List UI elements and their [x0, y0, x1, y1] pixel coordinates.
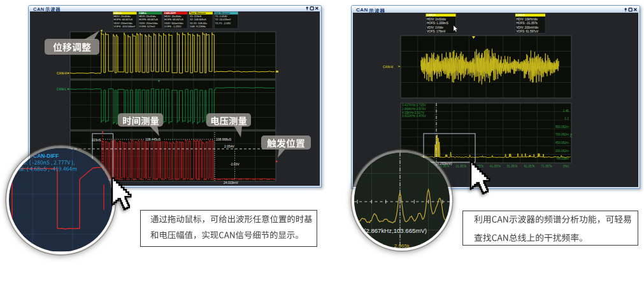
svg-text:Y2: 24.019mV: Y2: 24.019mV — [215, 18, 231, 21]
svg-text:(Hz): (Hz) — [563, 165, 569, 168]
svg-text:HOFS: 1.209mS: HOFS: 1.209mS — [427, 22, 448, 25]
svg-text:1/dX: 9.22KHz: 1/dX: 9.22KHz — [190, 25, 206, 28]
svg-text:3.417KHz,0.715V: 3.417KHz,0.715V — [402, 104, 426, 107]
svg-text:HDIV: 20uS/div: HDIV: 20uS/div — [114, 15, 131, 18]
svg-text:71.357k: 71.357k — [541, 165, 552, 168]
svg-text:VDIV: 250mV/div: VDIV: 250mV/div — [139, 22, 158, 25]
svg-text:VDIV: 250mV/div: VDIV: 250mV/div — [114, 22, 133, 25]
svg-text:11.357k: 11.357k — [439, 165, 450, 168]
svg-text:108.668uS: 108.668uS — [216, 137, 232, 141]
svg-text:VOFS: 176mV: VOFS: 176mV — [427, 30, 447, 33]
svg-text:VDIV: 1V/div: VDIV: 1V/div — [427, 26, 444, 29]
svg-text:4.15KHz,0.517V: 4.15KHz,0.517V — [402, 111, 425, 115]
svg-text:1.2: 1.2 — [564, 117, 569, 120]
svg-text:VOFS: 61.597uV: VOFS: 61.597uV — [517, 30, 540, 33]
svg-text:108.445uS: 108.445uS — [145, 137, 161, 141]
svg-text:VOFS: -653.546mV: VOFS: -653.546mV — [114, 25, 136, 28]
svg-text:CAN-L: CAN-L — [57, 87, 67, 91]
svg-text:(2.867kHz,103.665mV): (2.867kHz,103.665mV) — [364, 227, 427, 234]
svg-text:950.062m: 950.062m — [555, 125, 569, 129]
svg-text:200.062m: 200.062m — [555, 149, 569, 153]
svg-text:-2.03V: -2.03V — [230, 162, 240, 166]
svg-text:CAN-H: CAN-H — [383, 65, 393, 69]
svg-text:HDIV: 20uS/div: HDIV: 20uS/div — [164, 15, 182, 18]
svg-text:HDIV: 2mS/div: HDIV: 2mS/div — [427, 18, 447, 21]
svg-text:2.965k: 2.965k — [394, 243, 410, 248]
svg-text:Y2-Y1: -2.03V: Y2-Y1: -2.03V — [215, 22, 231, 25]
svg-text:450.062m: 450.062m — [555, 141, 569, 144]
svg-text:61.357k: 61.357k — [524, 165, 535, 168]
svg-text:VDIV: 500mV/div: VDIV: 500mV/div — [164, 22, 183, 25]
svg-text:X1: 223nS: X1: 223nS — [190, 15, 202, 18]
svg-text:CAN-H: CAN-H — [517, 13, 526, 17]
svg-text:21.357k: 21.357k — [455, 165, 467, 168]
svg-text:VOFS: -1.235V: VOFS: -1.235V — [164, 25, 182, 28]
svg-text:-49.938m: -49.938m — [556, 157, 569, 160]
svg-text:CAN-H: CAN-H — [427, 13, 436, 17]
svg-text:HOFS: 68.667uS: HOFS: 68.667uS — [164, 18, 183, 21]
svg-text:VOFS: 527mV: VOFS: 527mV — [139, 25, 155, 28]
svg-text:2.868KHz,0.579V: 2.868KHz,0.579V — [402, 108, 426, 111]
svg-text:700.062m: 700.062m — [555, 133, 569, 136]
svg-text:ξ: ξ — [570, 133, 572, 138]
svg-text:X2-X1: 108.44u: X2-X1: 108.44u — [190, 22, 207, 25]
svg-text:1.45: 1.45 — [563, 109, 569, 113]
svg-text:HDIV: 10kHz/div: HDIV: 10kHz/div — [517, 18, 538, 21]
svg-text:51.357k: 51.357k — [507, 165, 519, 168]
svg-text:VDIV: 200mV/div: VDIV: 200mV/div — [517, 26, 540, 29]
svg-text:HOFS: 68.667uS: HOFS: 68.667uS — [139, 18, 158, 21]
svg-text:CAN-H: CAN-H — [57, 71, 67, 75]
svg-text:24.019mV: 24.019mV — [224, 181, 238, 184]
svg-text:HOFS: 68.667uS: HOFS: 68.667uS — [114, 18, 133, 21]
svg-text:223nS: 223nS — [92, 138, 101, 142]
svg-text:CAN-DIFF: CAN-DIFF — [33, 153, 59, 159]
svg-text:HDIV: 20uS/div: HDIV: 20uS/div — [139, 15, 156, 18]
svg-text:X2: 108.668uS: X2: 108.668uS — [190, 18, 206, 21]
svg-text:3.601KHz,0.476V: 3.601KHz,0.476V — [402, 115, 426, 118]
svg-text:2.054V: 2.054V — [224, 144, 235, 148]
svg-text:HOFS: -31.357k: HOFS: -31.357k — [517, 22, 538, 25]
svg-text:Y1: 2.054V: Y1: 2.054V — [215, 15, 228, 18]
